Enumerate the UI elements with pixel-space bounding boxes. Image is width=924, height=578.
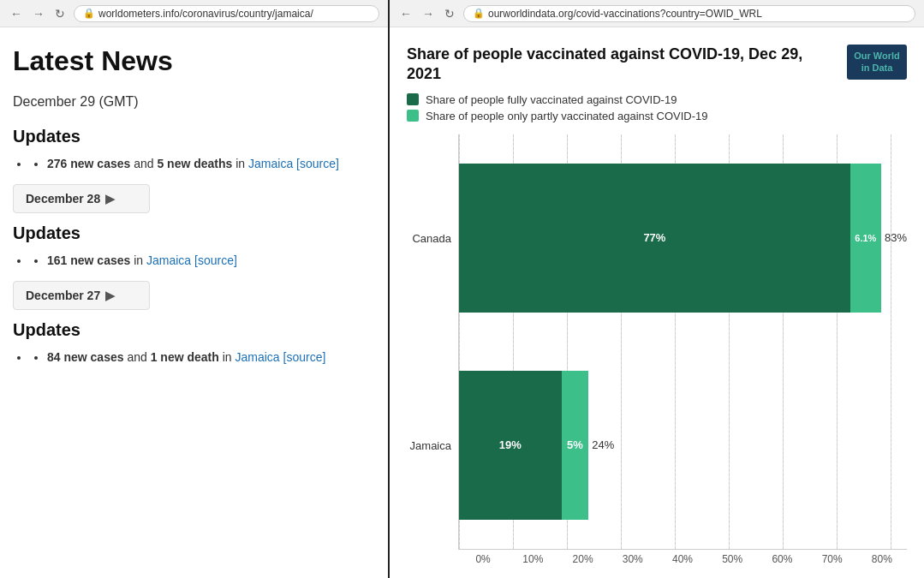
url-bar-right[interactable]: 🔒 ourworldindata.org/covid-vaccinations?… bbox=[463, 5, 915, 22]
section-heading-0: Updates bbox=[13, 127, 375, 146]
chart-legend: Share of people fully vaccinated against… bbox=[407, 93, 907, 122]
source-link-1[interactable]: [source] bbox=[194, 253, 237, 267]
x-label-40: 40% bbox=[658, 553, 707, 565]
y-axis-labels: Canada Jamaica bbox=[407, 134, 458, 550]
legend-color-full bbox=[407, 93, 419, 105]
chevron-icon-27: ▶ bbox=[105, 289, 115, 302]
update-item-0: 276 new cases and 5 new deaths in Jamaic… bbox=[30, 157, 375, 170]
forward-button[interactable]: → bbox=[31, 7, 46, 21]
legend-item-full: Share of people fully vaccinated against… bbox=[407, 93, 907, 106]
bar-full-canada: 77% bbox=[459, 164, 850, 313]
text-mid-0b: in bbox=[235, 157, 248, 170]
bold-text-0b: 5 new deaths bbox=[157, 157, 232, 170]
bar-full-jamaica: 19% bbox=[459, 371, 562, 520]
reload-button[interactable]: ↻ bbox=[53, 7, 67, 21]
bar-partial-jamaica: 5% bbox=[562, 371, 588, 520]
text-mid-0a: and bbox=[134, 157, 157, 170]
x-label-80: 80% bbox=[857, 553, 907, 565]
right-content: Share of people vaccinated against COVID… bbox=[390, 27, 924, 578]
left-content: Latest News December 29 (GMT) Updates 27… bbox=[0, 27, 388, 578]
right-panel: ← → ↻ 🔒 ourworldindata.org/covid-vaccina… bbox=[390, 0, 924, 578]
bar-full-canada-label: 77% bbox=[643, 231, 665, 244]
legend-label-partial: Share of people only partly vaccinated a… bbox=[426, 110, 708, 122]
bold-text-2a: 84 new cases bbox=[47, 350, 124, 364]
left-panel: ← → ↻ 🔒 worldometers.info/coronavirus/co… bbox=[0, 0, 390, 578]
source-link-2[interactable]: [source] bbox=[283, 350, 326, 364]
lock-icon-left: 🔒 bbox=[83, 8, 95, 19]
x-label-0: 0% bbox=[458, 553, 508, 565]
source-link-0[interactable]: [source] bbox=[296, 157, 339, 170]
date-header: December 29 (GMT) bbox=[13, 94, 375, 110]
our-world-badge: Our World in Data bbox=[847, 45, 907, 80]
text-mid-1a: in bbox=[134, 253, 146, 267]
y-label-jamaica: Jamaica bbox=[410, 439, 451, 452]
chart-area: Canada Jamaica bbox=[407, 134, 907, 569]
legend-color-partial bbox=[407, 110, 419, 122]
badge-line1: Our World bbox=[854, 51, 900, 61]
bar-partial-jamaica-label: 5% bbox=[567, 438, 583, 451]
section-heading-1: Updates bbox=[13, 223, 375, 243]
url-bar-left[interactable]: 🔒 worldometers.info/coronavirus/country/… bbox=[74, 5, 379, 22]
section-heading-2: Updates bbox=[13, 320, 375, 340]
jamaica-link-0[interactable]: Jamaica bbox=[248, 157, 293, 170]
url-text-left: worldometers.info/coronavirus/country/ja… bbox=[98, 8, 313, 20]
december-28-label: December 28 bbox=[26, 192, 100, 206]
update-item-2: 84 new cases and 1 new death in Jamaica … bbox=[30, 350, 375, 364]
x-label-20: 20% bbox=[557, 553, 607, 565]
bold-text-1a: 161 new cases bbox=[47, 253, 130, 267]
update-item-1: 161 new cases in Jamaica [source] bbox=[30, 253, 375, 267]
lock-icon-right: 🔒 bbox=[473, 8, 485, 19]
bars-container: 77% 6.1% 83% 19% bbox=[458, 134, 907, 550]
x-label-50: 50% bbox=[707, 553, 757, 565]
bar-total-canada: 83% bbox=[885, 231, 907, 244]
browser-bar-right: ← → ↻ 🔒 ourworldindata.org/covid-vaccina… bbox=[390, 0, 924, 27]
x-axis-labels: 0% 10% 20% 30% 40% 50% 60% 70% 80% bbox=[458, 550, 907, 565]
bar-row-jamaica: 19% 5% 24% bbox=[459, 352, 907, 539]
back-button[interactable]: ← bbox=[9, 7, 24, 21]
jamaica-link-1[interactable]: Jamaica bbox=[146, 253, 191, 267]
reload-button-right[interactable]: ↻ bbox=[443, 7, 456, 21]
forward-button-right[interactable]: → bbox=[420, 7, 436, 21]
x-label-60: 60% bbox=[757, 553, 807, 565]
page-title: Latest News bbox=[13, 45, 375, 77]
x-label-70: 70% bbox=[808, 553, 857, 565]
bar-partial-canada-label: 6.1% bbox=[855, 233, 876, 243]
bold-text-2b: 1 new death bbox=[151, 350, 219, 364]
x-label-10: 10% bbox=[508, 553, 557, 565]
badge-line2: in Data bbox=[861, 63, 893, 73]
text-mid-2b: in bbox=[223, 350, 235, 364]
legend-item-partial: Share of people only partly vaccinated a… bbox=[407, 110, 907, 122]
url-text-right: ourworldindata.org/covid-vaccinations?co… bbox=[488, 8, 762, 20]
legend-label-full: Share of people fully vaccinated against… bbox=[426, 93, 677, 106]
bar-partial-canada: 6.1% bbox=[850, 164, 881, 313]
bar-full-jamaica-label: 19% bbox=[499, 438, 522, 451]
chart-header: Share of people vaccinated against COVID… bbox=[407, 45, 907, 85]
december-27-toggle[interactable]: December 27 ▶ bbox=[13, 281, 150, 310]
back-button-right[interactable]: ← bbox=[398, 7, 414, 21]
browser-bar-left: ← → ↻ 🔒 worldometers.info/coronavirus/co… bbox=[0, 0, 388, 27]
chart-title: Share of people vaccinated against COVID… bbox=[407, 45, 818, 85]
december-28-toggle[interactable]: December 28 ▶ bbox=[13, 184, 150, 213]
x-label-30: 30% bbox=[608, 553, 658, 565]
chart-inner: Canada Jamaica bbox=[407, 134, 907, 550]
text-mid-2a: and bbox=[127, 350, 150, 364]
bar-total-jamaica: 24% bbox=[592, 438, 614, 451]
bar-row-canada: 77% 6.1% 83% bbox=[459, 145, 907, 331]
jamaica-link-2[interactable]: Jamaica bbox=[235, 350, 279, 364]
bold-text-0a: 276 new cases bbox=[47, 157, 130, 170]
december-27-label: December 27 bbox=[26, 289, 100, 302]
y-label-canada: Canada bbox=[412, 232, 451, 245]
chevron-icon-28: ▶ bbox=[105, 192, 115, 206]
